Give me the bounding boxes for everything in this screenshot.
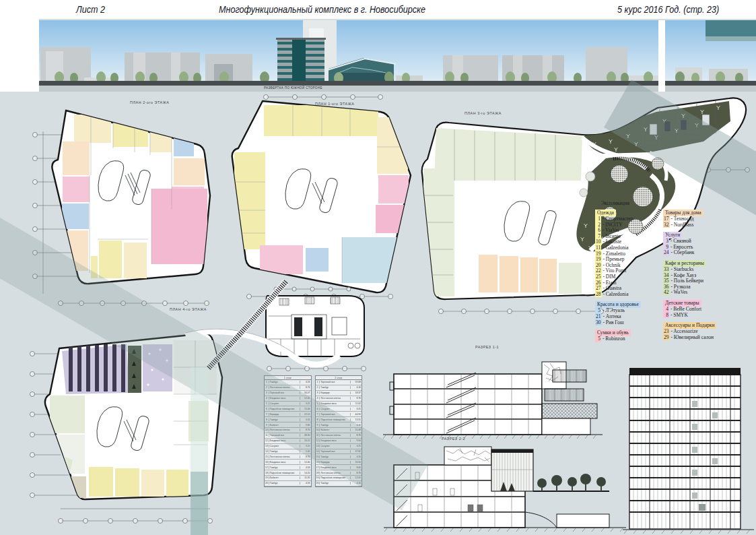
table-cell: 12.05 — [351, 476, 362, 479]
table-cell: 3 — [316, 391, 320, 394]
table-cell: 37.82 — [351, 450, 362, 453]
table-cell: 4.16 — [300, 418, 311, 421]
legend-item: 8 - SMYK — [663, 313, 725, 319]
table-cell: 10.25 — [300, 439, 311, 442]
table-cell: 14 — [265, 450, 269, 453]
table-cell: 12.40 — [300, 461, 311, 464]
table-cell: 11.35 — [300, 476, 311, 479]
table-cell: Подсобное помещение — [269, 408, 300, 410]
table-cell: 6 — [265, 408, 269, 410]
table-cell: 16 — [316, 461, 320, 464]
table-row: 4Кладовая зона12.40 — [265, 396, 311, 402]
table-cell: 8 — [316, 418, 320, 421]
table-cell: 5.40 — [300, 450, 311, 453]
table-row: 20Тамбур4.16 — [265, 481, 311, 486]
table-cell: 14.20 — [300, 472, 311, 474]
table-cell: 2 — [316, 386, 320, 389]
legend-item: 28 - Calzedonia — [595, 292, 657, 298]
legend-column: Товары для дома17 - Техносад32 - NordBas… — [663, 210, 725, 340]
table-row: 6Подсобное помещение15.08 — [265, 406, 311, 412]
pedestrian-swoosh — [185, 332, 339, 365]
explication-subtable: 1 этаж1Тамбур4.162Лестничная клетка8.763… — [264, 375, 312, 487]
table-cell: 4.16 — [351, 482, 362, 484]
table-cell: 4.16 — [351, 455, 362, 458]
table-row: 10Лестничная клетка8.76 — [265, 428, 311, 433]
table-cell: Тамбур — [269, 418, 300, 421]
table-cell: 11.62 — [351, 402, 362, 405]
table-cell: Лестничная клетка — [320, 472, 351, 474]
legend-column: Одежда1 - Спортмастер2 - INCITY6 - ViaVa… — [595, 210, 657, 342]
table-row: 16Коридор16.50 — [316, 460, 362, 465]
table-cell: Тамбур — [320, 386, 351, 389]
table-row: 11Торговый зал48.30 — [265, 433, 311, 439]
table-cell: Коридор — [320, 391, 351, 394]
legend-item: 42 - WaVes — [663, 290, 725, 296]
table-row: 17Кладовая зона8.40 — [316, 465, 362, 470]
table-cell: Торговый зал — [320, 450, 351, 453]
sheet-header: Лист 2 Многофункциональный комплекс в г.… — [0, 0, 756, 19]
stone-wall — [444, 447, 491, 465]
table-cell: Тамбур — [320, 455, 351, 458]
table-row: 12Кладовая зона9.94 — [316, 439, 362, 444]
table-row: 7Торговый зал44.90 — [316, 412, 362, 417]
ramp-link-1 — [240, 282, 286, 335]
table-cell: 10 — [265, 429, 269, 431]
table-cell: Кладовая зона — [269, 397, 300, 400]
table-row: 7Коридор22.14 — [265, 412, 311, 417]
table-cell: 15 — [265, 455, 269, 458]
table-cell: 14 — [316, 450, 320, 453]
table-row: 5Кладовая зона11.62 — [316, 402, 362, 407]
table-row: 10Кабинет10.48 — [316, 428, 362, 433]
table-row: 14Тамбур5.40 — [265, 449, 311, 455]
table-cell: Санузел — [269, 402, 300, 405]
table-cell: 8.76 — [300, 429, 311, 431]
table-row: 8Тамбур4.16 — [265, 417, 311, 422]
table-cell: 11 — [265, 434, 269, 437]
legend: Экспликация Одежда1 - Спортмастер2 - INC… — [595, 200, 730, 342]
table-cell: 18 — [316, 472, 320, 474]
table-cell: Санузел — [320, 408, 351, 410]
table-cell: Подсобное помещение — [269, 472, 300, 474]
table-cell: 20 — [265, 482, 269, 484]
explication-subtable: 2 этаж1Торговый зал59.682Тамбур4.163Кори… — [315, 375, 363, 487]
sheet-title: Многофункциональный комплекс в г. Новоси… — [219, 3, 425, 15]
table-row: 14Торговый зал37.82 — [316, 449, 362, 455]
table-cell: Кладовая зона — [320, 439, 351, 442]
legend-group: Кафе и рестораны33 - Starbucks34 - Кофе … — [663, 260, 725, 296]
table-cell: Торговый зал — [320, 381, 351, 383]
table-cell: 3.25 — [351, 445, 362, 447]
tower-elevation-drawing — [623, 364, 754, 535]
legend-item: 5 - Robinzon — [595, 336, 657, 342]
legend-group: Одежда1 - Спортмастер2 - INCITY6 - ViaVa… — [595, 210, 657, 297]
plan3-title: ПЛАН 3-го ЭТАЖА — [465, 111, 502, 115]
table-cell: 12 — [265, 439, 269, 442]
table-row: 3Коридор18.37 — [316, 391, 362, 396]
table-row: 13Санузел3.25 — [265, 444, 311, 449]
table-cell: 18 — [265, 472, 269, 474]
table-cell: 7 — [265, 413, 269, 416]
table-cell: 17 — [265, 466, 269, 469]
table-cell: Лестничная клетка — [320, 434, 351, 437]
table-cell: 8.76 — [300, 386, 311, 389]
table-cell: 4 — [265, 397, 269, 400]
table-row: 19Кабинет11.35 — [265, 476, 311, 481]
legend-columns: Одежда1 - Спортмастер2 - INCITY6 - ViaVa… — [595, 210, 730, 342]
sheet-course: 5 курс 2016 Год. (стр. 23) — [617, 3, 719, 15]
legend-item: 24 - Сбербанк — [663, 250, 725, 256]
table-row: 12Кладовая зона10.25 — [265, 439, 311, 444]
table-cell: Лестничная клетка — [269, 429, 300, 431]
table-cell: Лестничная клетка — [320, 397, 351, 400]
plan1-title: ПЛАН 1-ого ЭТАЖА — [315, 102, 354, 106]
table-cell: 8.76 — [351, 472, 362, 474]
table-row: 2Тамбур4.16 — [316, 385, 362, 391]
table-cell: 17 — [316, 466, 320, 469]
table-cell: 9.80 — [300, 424, 311, 427]
table-cell: 12 — [316, 439, 320, 442]
table-row: 8Подсобное помещение13.55 — [316, 417, 362, 422]
table-cell: Кабинет — [320, 429, 351, 431]
table-cell: Кладовая зона — [320, 466, 351, 469]
table-cell: 59.68 — [351, 381, 362, 383]
section22-title: РАЗРЕЗ 2-2 — [442, 437, 465, 441]
section11-title: РАЗРЕЗ 1-1 — [475, 345, 499, 349]
table-cell: Коридор — [320, 461, 351, 464]
